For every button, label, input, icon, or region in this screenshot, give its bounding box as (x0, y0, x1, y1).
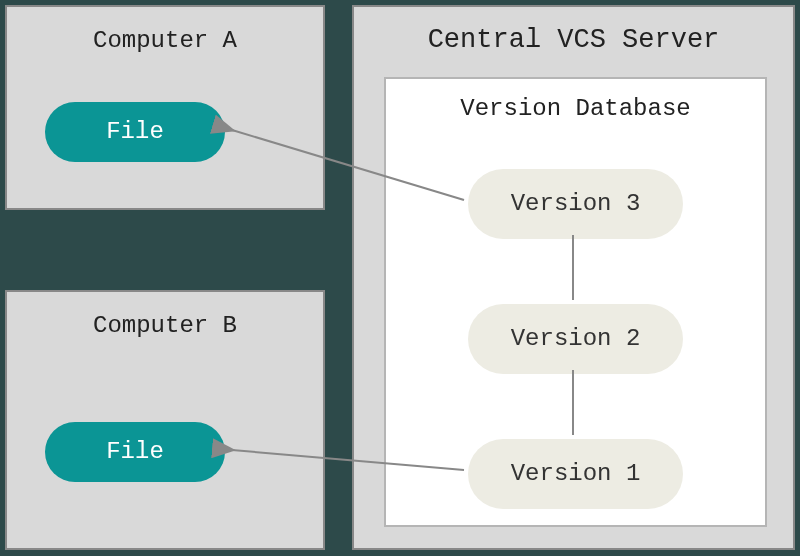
file-b-pill: File (45, 422, 225, 482)
version-2-pill: Version 2 (468, 304, 683, 374)
version-1-pill: Version 1 (468, 439, 683, 509)
computer-a-box: Computer A File (5, 5, 325, 210)
server-box: Central VCS Server Version Database Vers… (352, 5, 795, 550)
file-a-pill: File (45, 102, 225, 162)
database-box: Version Database Version 3 Version 2 Ver… (384, 77, 767, 527)
database-title: Version Database (386, 95, 765, 122)
server-title: Central VCS Server (354, 25, 793, 55)
version-3-pill: Version 3 (468, 169, 683, 239)
computer-b-title: Computer B (7, 312, 323, 339)
computer-b-box: Computer B File (5, 290, 325, 550)
computer-a-title: Computer A (7, 27, 323, 54)
